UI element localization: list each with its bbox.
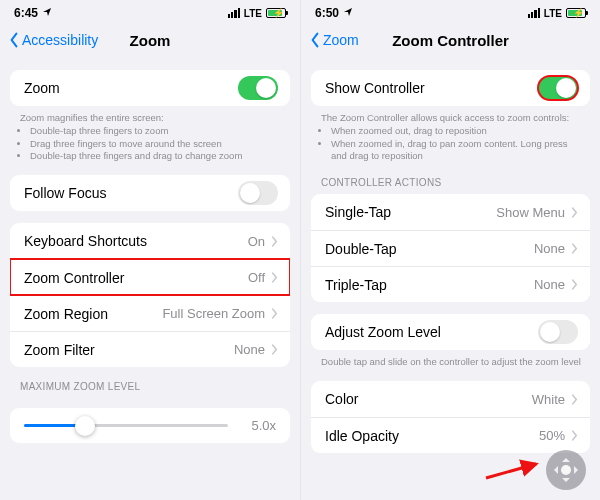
battery-icon: ⚡	[566, 8, 586, 18]
chevron-right-icon	[571, 394, 578, 405]
signal-icon	[228, 8, 240, 18]
location-icon	[42, 7, 52, 19]
row-color[interactable]: Color White	[311, 381, 590, 417]
follow-focus-toggle[interactable]	[238, 181, 278, 205]
row-value: 50%	[539, 428, 565, 443]
network-label: LTE	[244, 8, 262, 19]
row-label: Show Controller	[325, 80, 538, 96]
group-options: Keyboard Shortcuts On Zoom Controller Of…	[10, 223, 290, 367]
row-zoom-controller[interactable]: Zoom Controller Off	[10, 259, 290, 295]
row-label: Zoom	[24, 80, 238, 96]
row-label: Idle Opacity	[325, 428, 539, 444]
zoom-note: Zoom magnifies the entire screen: Double…	[0, 106, 300, 163]
row-value: Full Screen Zoom	[162, 306, 265, 321]
slider-knob[interactable]	[75, 416, 95, 436]
row-single-tap[interactable]: Single-Tap Show Menu	[311, 194, 590, 230]
navbar: Accessibility Zoom	[0, 22, 300, 58]
row-adjust-zoom-level[interactable]: Adjust Zoom Level	[311, 314, 590, 350]
row-label: Keyboard Shortcuts	[24, 233, 248, 249]
status-bar: 6:50 LTE ⚡	[301, 0, 600, 22]
note-item: Drag three fingers to move around the sc…	[30, 138, 282, 151]
row-value: Off	[248, 270, 265, 285]
group-follow-focus: Follow Focus	[10, 175, 290, 211]
row-label: Double-Tap	[325, 241, 534, 257]
group-appearance: Color White Idle Opacity 50%	[311, 381, 590, 453]
chevron-right-icon	[271, 272, 278, 283]
row-label: Single-Tap	[325, 204, 496, 220]
row-keyboard-shortcuts[interactable]: Keyboard Shortcuts On	[10, 223, 290, 259]
controller-note: The Zoom Controller allows quick access …	[301, 106, 600, 163]
chevron-left-icon	[309, 32, 321, 48]
slider-track[interactable]	[24, 424, 228, 427]
row-value: None	[234, 342, 265, 357]
note-title: The Zoom Controller allows quick access …	[321, 112, 582, 125]
row-label: Zoom Filter	[24, 342, 234, 358]
show-controller-toggle[interactable]	[538, 76, 578, 100]
network-label: LTE	[544, 8, 562, 19]
row-label: Adjust Zoom Level	[325, 324, 538, 340]
annotation-arrow-icon	[484, 458, 544, 482]
navbar: Zoom Zoom Controller	[301, 22, 600, 58]
phone-right: 6:50 LTE ⚡ Zoom Zoom Controller Show Con…	[300, 0, 600, 500]
status-bar: 6:45 LTE ⚡	[0, 0, 300, 22]
row-follow-focus[interactable]: Follow Focus	[10, 175, 290, 211]
chevron-left-icon	[8, 32, 20, 48]
row-value: White	[532, 392, 565, 407]
svg-line-0	[486, 464, 536, 478]
note-item: Double-tap three fingers to zoom	[30, 125, 282, 138]
row-max-zoom-slider[interactable]: 5.0x	[10, 408, 290, 443]
group-zoom-toggle: Zoom	[10, 70, 290, 106]
chevron-right-icon	[271, 344, 278, 355]
row-label: Zoom Controller	[24, 270, 248, 286]
note-item: When zoomed in, drag to pan zoom content…	[331, 138, 582, 164]
chevron-right-icon	[571, 279, 578, 290]
group-actions: Single-Tap Show Menu Double-Tap None Tri…	[311, 194, 590, 302]
back-button[interactable]: Accessibility	[8, 32, 98, 48]
chevron-right-icon	[571, 207, 578, 218]
group-slider: 5.0x	[10, 408, 290, 443]
row-value: On	[248, 234, 265, 249]
row-show-controller[interactable]: Show Controller	[311, 70, 590, 106]
back-label: Zoom	[323, 32, 359, 48]
row-label: Triple-Tap	[325, 277, 534, 293]
row-label: Follow Focus	[24, 185, 238, 201]
triangle-right-icon	[574, 466, 582, 474]
triangle-left-icon	[550, 466, 558, 474]
note-item: When zoomed out, drag to reposition	[331, 125, 582, 138]
zoom-controller-widget[interactable]	[546, 450, 586, 490]
signal-icon	[528, 8, 540, 18]
location-icon	[343, 7, 353, 19]
chevron-right-icon	[571, 430, 578, 441]
group-adjust-zoom: Adjust Zoom Level	[311, 314, 590, 350]
row-value: Show Menu	[496, 205, 565, 220]
adjust-zoom-toggle[interactable]	[538, 320, 578, 344]
row-zoom-region[interactable]: Zoom Region Full Screen Zoom	[10, 295, 290, 331]
status-time: 6:45	[14, 6, 38, 20]
group-show-controller: Show Controller	[311, 70, 590, 106]
adjust-note: Double tap and slide on the controller t…	[301, 350, 600, 369]
row-label: Zoom Region	[24, 306, 162, 322]
phone-left: 6:45 LTE ⚡ Accessibility Zoom Zoom Zoom …	[0, 0, 300, 500]
chevron-right-icon	[271, 308, 278, 319]
status-time: 6:50	[315, 6, 339, 20]
row-zoom-filter[interactable]: Zoom Filter None	[10, 331, 290, 367]
row-triple-tap[interactable]: Triple-Tap None	[311, 266, 590, 302]
controller-center-icon	[561, 465, 571, 475]
row-value: None	[534, 277, 565, 292]
note-title: Zoom magnifies the entire screen:	[20, 112, 282, 125]
note-item: Double-tap three fingers and drag to cha…	[30, 150, 282, 163]
back-button[interactable]: Zoom	[309, 32, 359, 48]
battery-icon: ⚡	[266, 8, 286, 18]
row-zoom[interactable]: Zoom	[10, 70, 290, 106]
row-value: None	[534, 241, 565, 256]
row-double-tap[interactable]: Double-Tap None	[311, 230, 590, 266]
back-label: Accessibility	[22, 32, 98, 48]
zoom-toggle[interactable]	[238, 76, 278, 100]
chevron-right-icon	[571, 243, 578, 254]
triangle-up-icon	[562, 454, 570, 462]
row-idle-opacity[interactable]: Idle Opacity 50%	[311, 417, 590, 453]
section-header-max-zoom: MAXIMUM ZOOM LEVEL	[0, 367, 300, 396]
chevron-right-icon	[271, 236, 278, 247]
row-label: Color	[325, 391, 532, 407]
slider-value: 5.0x	[238, 418, 276, 433]
